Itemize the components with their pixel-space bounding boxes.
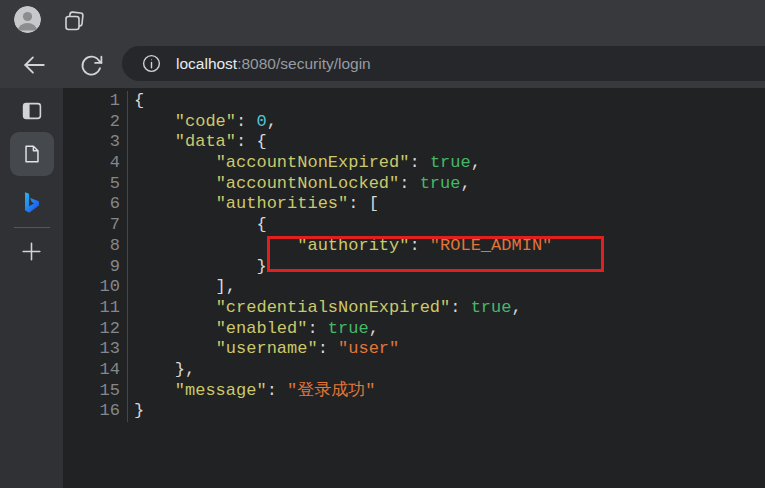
json-viewer: 1{2 ″code″: 0,3 ″data″: {4 ″accountNonEx… xyxy=(63,88,765,488)
bing-icon xyxy=(19,190,44,215)
line-number: 6 xyxy=(63,194,128,215)
line-number: 13 xyxy=(63,339,128,360)
line-number: 15 xyxy=(63,381,128,402)
line-number: 3 xyxy=(63,132,128,153)
line-number: 16 xyxy=(63,401,128,422)
highlight-box xyxy=(267,236,604,272)
code-line: 4 ″accountNonExpired″: true, xyxy=(63,153,765,174)
line-number: 8 xyxy=(63,236,128,257)
url-path: :8080/security/login xyxy=(237,55,371,72)
code-line: 3 ″data″: { xyxy=(63,132,765,153)
vertical-tabs-button[interactable] xyxy=(19,99,45,123)
code-text: ″username″: ″user″ xyxy=(128,339,399,360)
avatar-icon xyxy=(14,6,41,33)
line-number: 9 xyxy=(63,257,128,278)
site-info-button[interactable] xyxy=(141,53,162,74)
line-number: 10 xyxy=(63,277,128,298)
refresh-button[interactable] xyxy=(77,51,105,79)
url-text: localhost:8080/security/login xyxy=(176,55,371,73)
code-line: 2 ″code″: 0, xyxy=(63,112,765,133)
line-number: 14 xyxy=(63,360,128,381)
code-text: ″accountNonLocked″: true, xyxy=(128,174,471,195)
collections-icon[interactable] xyxy=(61,9,87,35)
code-line: 10 ], xyxy=(63,277,765,298)
code-line: 12 ″enabled″: true, xyxy=(63,319,765,340)
line-number: 1 xyxy=(63,91,128,112)
line-number: 5 xyxy=(63,174,128,195)
back-arrow-icon xyxy=(21,52,47,78)
code-text: ], xyxy=(128,277,236,298)
vertical-tabs-icon xyxy=(20,99,44,123)
line-number: 4 xyxy=(63,153,128,174)
sidebar-divider xyxy=(14,227,50,228)
back-button[interactable] xyxy=(20,51,48,79)
line-number: 7 xyxy=(63,215,128,236)
code-line: 1{ xyxy=(63,91,765,112)
plus-icon xyxy=(19,239,44,264)
code-text: { xyxy=(128,215,267,236)
browser-sidebar xyxy=(0,88,63,488)
add-button[interactable] xyxy=(19,238,45,264)
code-line: 5 ″accountNonLocked″: true, xyxy=(63,174,765,195)
code-line: 13 ″username″: ″user″ xyxy=(63,339,765,360)
profile-avatar[interactable] xyxy=(14,6,41,33)
code-text: ″authorities″: [ xyxy=(128,194,379,215)
code-line: 14 }, xyxy=(63,360,765,381)
code-line: 7 { xyxy=(63,215,765,236)
code-text: ″message″: ″登录成功″ xyxy=(128,381,375,402)
code-line: 16} xyxy=(63,401,765,422)
line-number: 12 xyxy=(63,319,128,340)
line-number: 11 xyxy=(63,298,128,319)
code-text: ″data″: { xyxy=(128,132,267,153)
line-number: 2 xyxy=(63,112,128,133)
code-line: 15 ″message″: ″登录成功″ xyxy=(63,381,765,402)
browser-toolbar: localhost:8080/security/login xyxy=(0,0,765,88)
code-line: 6 ″authorities″: [ xyxy=(63,194,765,215)
code-text: }, xyxy=(128,360,195,381)
code-text: ″accountNonExpired″: true, xyxy=(128,153,481,174)
bing-button[interactable] xyxy=(19,189,45,215)
code-text: ″credentialsNonExpired″: true, xyxy=(128,298,522,319)
code-text: { xyxy=(128,91,144,112)
page-icon xyxy=(21,143,43,165)
code-line: 11 ″credentialsNonExpired″: true, xyxy=(63,298,765,319)
code-text: } xyxy=(128,257,267,278)
address-bar[interactable]: localhost:8080/security/login xyxy=(122,46,765,81)
info-icon xyxy=(141,53,162,74)
code-text: } xyxy=(128,401,144,422)
refresh-icon xyxy=(79,53,104,78)
code-text: ″enabled″: true, xyxy=(128,319,379,340)
sidebar-page-button[interactable] xyxy=(10,132,54,176)
url-host: localhost xyxy=(176,55,237,72)
code-text: ″code″: 0, xyxy=(128,112,277,133)
